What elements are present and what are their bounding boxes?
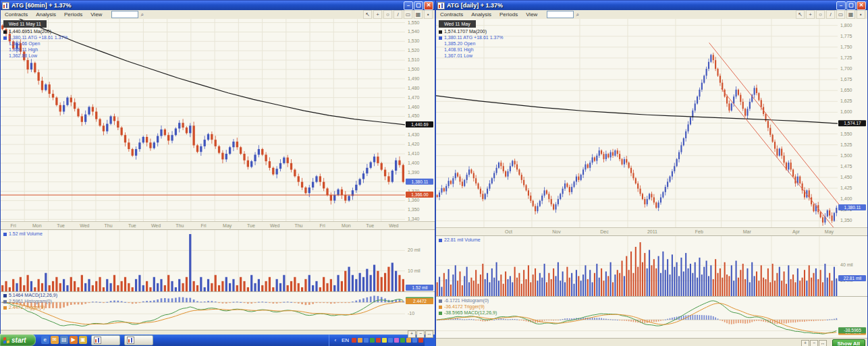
time-axis-label: Wed: [151, 223, 161, 228]
media-player-icon[interactable]: ▶: [70, 336, 78, 344]
zoom-tool-icon[interactable]: ○: [383, 10, 392, 19]
legend-open: 1,362.66 Open: [3, 40, 68, 47]
crosshair-tool-icon[interactable]: +: [373, 10, 382, 19]
macd-chart[interactable]: -105.14642.4472: [1, 291, 435, 330]
time-axis-label: Tue: [57, 223, 65, 228]
svg-text:1,700: 1,700: [840, 66, 852, 71]
tray-icon-2[interactable]: [358, 338, 362, 343]
svg-text:1,480: 1,480: [408, 86, 420, 90]
pan-button[interactable]: ↔: [819, 340, 827, 346]
menu-item-view[interactable]: View: [522, 11, 541, 18]
title-bar[interactable]: ATG [daily] + 1.37% – ▢ ✕: [436, 1, 867, 10]
svg-text:1,350: 1,350: [840, 218, 852, 223]
close-button[interactable]: ✕: [424, 1, 433, 10]
tray-icon-3[interactable]: [364, 338, 369, 343]
maximize-button[interactable]: ▢: [846, 1, 856, 10]
line-tool-icon[interactable]: /: [826, 10, 835, 19]
windows-flag-icon: [3, 337, 9, 343]
legend-ma: 1,440.6951 Ma(200): [9, 29, 51, 34]
zoom-out-button[interactable]: −: [810, 340, 818, 346]
tray-icon-10[interactable]: [406, 338, 411, 343]
menu-item-analysis[interactable]: Analysis: [32, 11, 60, 18]
zoom-in-button[interactable]: +: [801, 340, 809, 346]
svg-text:1,650: 1,650: [840, 88, 852, 92]
svg-text:1,600: 1,600: [840, 109, 852, 114]
menu-item-contracts[interactable]: Contracts: [1, 11, 32, 18]
svg-text:40 mil: 40 mil: [840, 262, 853, 267]
time-axis-label: Wed: [80, 223, 89, 228]
menu-item-periods[interactable]: Periods: [495, 11, 522, 18]
mail-icon[interactable]: ✉: [51, 336, 59, 344]
window-title: ATG [60min] + 1.37%: [11, 2, 404, 9]
cursor-tool-icon[interactable]: ↖: [363, 10, 372, 19]
svg-text:1,470: 1,470: [408, 95, 420, 100]
layout-tool-icon[interactable]: ▦: [846, 10, 855, 19]
time-axis-label: Feb: [695, 229, 703, 234]
symbol-search-input[interactable]: [547, 11, 574, 18]
tray-icon-9[interactable]: [400, 338, 405, 343]
folder-icon[interactable]: ▣: [79, 336, 87, 344]
language-indicator[interactable]: EN: [340, 337, 350, 343]
chart-bottom-bar: +−↔ Show All: [436, 338, 867, 346]
show-desktop-icon[interactable]: ▤: [60, 336, 68, 344]
tray-chevron-icon[interactable]: ‹: [332, 337, 339, 343]
crosshair-tool-icon[interactable]: +: [806, 10, 815, 19]
save-tool-icon[interactable]: ▪: [857, 10, 865, 19]
internet-explorer-icon[interactable]: e: [41, 336, 49, 344]
legend-high: 1,408.91 High: [439, 47, 504, 53]
svg-text:2.4472: 2.4472: [413, 299, 427, 304]
time-axis-label: Apr: [792, 229, 800, 234]
start-button[interactable]: start: [0, 334, 36, 346]
app-icon: [2, 2, 9, 9]
title-bar[interactable]: ATG [60min] + 1.37% – ▢ ✕: [1, 1, 435, 10]
close-button[interactable]: ✕: [857, 1, 866, 10]
save-tool-icon[interactable]: ▪: [424, 10, 433, 19]
zoom-tool-icon[interactable]: ○: [816, 10, 825, 19]
tray-icon-12[interactable]: [418, 338, 423, 343]
minimize-button[interactable]: –: [836, 1, 846, 10]
svg-text:1,390: 1,390: [408, 170, 420, 175]
svg-text:1,540: 1,540: [408, 29, 420, 34]
taskbar-window-button[interactable]: [91, 335, 120, 345]
zoom-out-button[interactable]: −: [416, 330, 425, 338]
tray-icon-4[interactable]: [370, 338, 375, 343]
volume-chart[interactable]: 40 mil20 mil22.81 mil: [436, 235, 867, 296]
taskbar: start e✉▤▶▣ ‹ EN: [0, 334, 435, 346]
pan-button[interactable]: ↔: [425, 330, 433, 338]
svg-text:1,350: 1,350: [408, 207, 420, 212]
legend-ma: 1,574.1707 Ma(200): [444, 29, 487, 34]
svg-text:1,420: 1,420: [408, 142, 420, 146]
macd-chart[interactable]: -40-36.4172-38.5965: [436, 296, 867, 338]
zoom-in-button[interactable]: +: [408, 330, 416, 338]
eraser-tool-icon[interactable]: ▭: [836, 10, 845, 19]
tray-icon-7[interactable]: [388, 338, 393, 343]
search-icon[interactable]: ⌕: [574, 11, 581, 18]
tray-icon-11[interactable]: [412, 338, 417, 343]
svg-text:1,800: 1,800: [840, 23, 852, 28]
layout-tool-icon[interactable]: ▦: [414, 10, 423, 19]
show-all-button[interactable]: Show All: [832, 339, 865, 346]
tray-icon-6[interactable]: [382, 338, 387, 343]
time-axis-label: Tue: [247, 223, 255, 228]
menu-item-contracts[interactable]: Contracts: [436, 11, 467, 18]
symbol-search-input[interactable]: [111, 11, 138, 18]
tray-icon-5[interactable]: [376, 338, 381, 343]
cursor-tool-icon[interactable]: ↖: [796, 10, 805, 19]
svg-text:1,340: 1,340: [408, 217, 420, 221]
time-axis-label: Thu: [105, 223, 113, 228]
line-tool-icon[interactable]: /: [394, 10, 402, 19]
minimize-button[interactable]: –: [404, 1, 413, 10]
menu-item-analysis[interactable]: Analysis: [467, 11, 495, 18]
volume-chart[interactable]: 20 mil10 mil1.52 mil: [1, 229, 435, 291]
time-axis-label: Wed: [270, 223, 279, 228]
menu-item-view[interactable]: View: [86, 11, 106, 18]
tray-icon-1[interactable]: [352, 338, 356, 343]
taskbar-window-button[interactable]: [124, 335, 153, 345]
volume-legend: 1.52 mil Volume: [3, 231, 43, 237]
menu-item-periods[interactable]: Periods: [60, 11, 86, 18]
tray-icon-8[interactable]: [394, 338, 399, 343]
search-icon[interactable]: ⌕: [138, 11, 146, 18]
maximize-button[interactable]: ▢: [414, 1, 423, 10]
eraser-tool-icon[interactable]: ▭: [404, 10, 412, 19]
time-axis-label: Dec: [600, 229, 608, 234]
